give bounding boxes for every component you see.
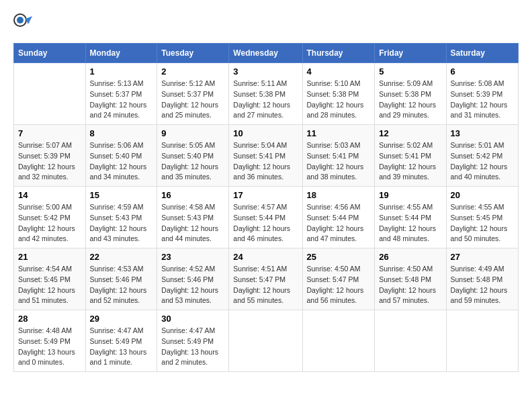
day-info: Sunrise: 4:58 AM Sunset: 5:43 PM Dayligh… — [161, 202, 224, 244]
day-info: Sunrise: 5:12 AM Sunset: 5:37 PM Dayligh… — [161, 79, 224, 121]
day-number: 16 — [161, 190, 224, 200]
day-number: 25 — [307, 252, 371, 262]
day-number: 8 — [90, 128, 153, 138]
day-info: Sunrise: 5:05 AM Sunset: 5:40 PM Dayligh… — [161, 140, 224, 183]
calendar-cell: 15Sunrise: 4:59 AM Sunset: 5:43 PM Dayli… — [85, 187, 157, 248]
calendar-cell — [302, 310, 375, 372]
calendar-cell — [229, 310, 302, 372]
calendar-cell: 1Sunrise: 5:13 AM Sunset: 5:37 PM Daylig… — [85, 63, 157, 125]
calendar-cell: 11Sunrise: 5:03 AM Sunset: 5:41 PM Dayli… — [302, 125, 375, 187]
calendar-cell — [446, 310, 518, 372]
day-info: Sunrise: 4:47 AM Sunset: 5:49 PM Dayligh… — [90, 326, 153, 368]
day-number: 2 — [161, 66, 224, 77]
day-info: Sunrise: 5:08 AM Sunset: 5:39 PM Dayligh… — [451, 79, 514, 121]
column-header-saturday: Saturday — [446, 44, 518, 63]
day-number: 19 — [379, 190, 441, 200]
day-info: Sunrise: 5:09 AM Sunset: 5:38 PM Dayligh… — [379, 79, 441, 121]
day-info: Sunrise: 4:50 AM Sunset: 5:47 PM Dayligh… — [307, 264, 371, 306]
day-info: Sunrise: 5:02 AM Sunset: 5:41 PM Dayligh… — [379, 140, 441, 183]
week-row-1: 1Sunrise: 5:13 AM Sunset: 5:37 PM Daylig… — [14, 63, 519, 125]
day-info: Sunrise: 4:57 AM Sunset: 5:44 PM Dayligh… — [233, 202, 298, 244]
svg-marker-2 — [26, 16, 32, 24]
day-number: 5 — [379, 66, 441, 77]
calendar-cell: 23Sunrise: 4:52 AM Sunset: 5:46 PM Dayli… — [157, 248, 229, 310]
day-number: 30 — [161, 314, 224, 324]
day-info: Sunrise: 4:52 AM Sunset: 5:46 PM Dayligh… — [161, 264, 224, 306]
day-info: Sunrise: 5:00 AM Sunset: 5:42 PM Dayligh… — [18, 202, 81, 244]
column-header-friday: Friday — [375, 44, 446, 63]
day-number: 7 — [18, 128, 81, 138]
day-info: Sunrise: 5:03 AM Sunset: 5:41 PM Dayligh… — [307, 140, 371, 183]
day-number: 23 — [161, 252, 224, 262]
day-info: Sunrise: 5:10 AM Sunset: 5:38 PM Dayligh… — [307, 79, 371, 121]
day-info: Sunrise: 4:51 AM Sunset: 5:47 PM Dayligh… — [233, 264, 298, 306]
calendar-cell: 5Sunrise: 5:09 AM Sunset: 5:38 PM Daylig… — [375, 63, 446, 125]
calendar-cell: 29Sunrise: 4:47 AM Sunset: 5:49 PM Dayli… — [85, 310, 157, 372]
calendar-cell: 14Sunrise: 5:00 AM Sunset: 5:42 PM Dayli… — [14, 187, 86, 248]
day-info: Sunrise: 4:50 AM Sunset: 5:48 PM Dayligh… — [379, 264, 441, 306]
calendar-cell: 9Sunrise: 5:05 AM Sunset: 5:40 PM Daylig… — [157, 125, 229, 187]
day-info: Sunrise: 4:48 AM Sunset: 5:49 PM Dayligh… — [18, 326, 81, 368]
day-info: Sunrise: 4:49 AM Sunset: 5:48 PM Dayligh… — [451, 264, 514, 306]
calendar-cell: 13Sunrise: 5:01 AM Sunset: 5:42 PM Dayli… — [446, 125, 518, 187]
day-info: Sunrise: 5:07 AM Sunset: 5:39 PM Dayligh… — [18, 140, 81, 183]
day-number: 4 — [307, 66, 371, 77]
calendar-cell: 28Sunrise: 4:48 AM Sunset: 5:49 PM Dayli… — [14, 310, 86, 372]
week-row-3: 14Sunrise: 5:00 AM Sunset: 5:42 PM Dayli… — [14, 187, 519, 248]
day-info: Sunrise: 5:01 AM Sunset: 5:42 PM Dayligh… — [451, 140, 514, 183]
column-header-monday: Monday — [85, 44, 157, 63]
calendar-cell: 20Sunrise: 4:55 AM Sunset: 5:45 PM Dayli… — [446, 187, 518, 248]
column-header-thursday: Thursday — [302, 44, 375, 63]
day-number: 18 — [307, 190, 371, 200]
day-info: Sunrise: 4:54 AM Sunset: 5:45 PM Dayligh… — [18, 264, 81, 306]
calendar-cell — [375, 310, 446, 372]
calendar-cell: 22Sunrise: 4:53 AM Sunset: 5:46 PM Dayli… — [85, 248, 157, 310]
day-number: 22 — [90, 252, 153, 262]
day-info: Sunrise: 4:55 AM Sunset: 5:45 PM Dayligh… — [451, 202, 514, 244]
day-number: 28 — [18, 314, 81, 324]
day-number: 1 — [90, 66, 153, 77]
day-number: 29 — [90, 314, 153, 324]
day-info: Sunrise: 4:47 AM Sunset: 5:49 PM Dayligh… — [161, 326, 224, 368]
calendar-cell: 19Sunrise: 4:55 AM Sunset: 5:44 PM Dayli… — [375, 187, 446, 248]
day-number: 3 — [233, 66, 298, 77]
day-number: 14 — [18, 190, 81, 200]
day-info: Sunrise: 4:59 AM Sunset: 5:43 PM Dayligh… — [90, 202, 153, 244]
calendar-cell: 6Sunrise: 5:08 AM Sunset: 5:39 PM Daylig… — [446, 63, 518, 125]
week-row-5: 28Sunrise: 4:48 AM Sunset: 5:49 PM Dayli… — [14, 310, 519, 372]
day-number: 11 — [307, 128, 371, 138]
calendar-cell: 26Sunrise: 4:50 AM Sunset: 5:48 PM Dayli… — [375, 248, 446, 310]
calendar-cell: 2Sunrise: 5:12 AM Sunset: 5:37 PM Daylig… — [157, 63, 229, 125]
day-number: 10 — [233, 128, 298, 138]
week-row-4: 21Sunrise: 4:54 AM Sunset: 5:45 PM Dayli… — [14, 248, 519, 310]
calendar-cell: 16Sunrise: 4:58 AM Sunset: 5:43 PM Dayli… — [157, 187, 229, 248]
day-info: Sunrise: 4:53 AM Sunset: 5:46 PM Dayligh… — [90, 264, 153, 306]
column-header-tuesday: Tuesday — [157, 44, 229, 63]
calendar-cell: 12Sunrise: 5:02 AM Sunset: 5:41 PM Dayli… — [375, 125, 446, 187]
day-number: 6 — [451, 66, 514, 77]
day-number: 27 — [451, 252, 514, 262]
calendar-cell: 3Sunrise: 5:11 AM Sunset: 5:38 PM Daylig… — [229, 63, 302, 125]
page-header — [13, 13, 519, 32]
logo — [13, 13, 35, 32]
calendar-cell: 8Sunrise: 5:06 AM Sunset: 5:40 PM Daylig… — [85, 125, 157, 187]
day-number: 12 — [379, 128, 441, 138]
column-header-wednesday: Wednesday — [229, 44, 302, 63]
day-info: Sunrise: 5:11 AM Sunset: 5:38 PM Dayligh… — [233, 79, 298, 121]
logo-icon — [13, 13, 32, 32]
calendar-table: SundayMondayTuesdayWednesdayThursdayFrid… — [13, 43, 519, 372]
calendar-cell: 24Sunrise: 4:51 AM Sunset: 5:47 PM Dayli… — [229, 248, 302, 310]
calendar-cell: 17Sunrise: 4:57 AM Sunset: 5:44 PM Dayli… — [229, 187, 302, 248]
day-info: Sunrise: 4:56 AM Sunset: 5:44 PM Dayligh… — [307, 202, 371, 244]
day-info: Sunrise: 5:13 AM Sunset: 5:37 PM Dayligh… — [90, 79, 153, 121]
column-header-sunday: Sunday — [14, 44, 86, 63]
day-number: 24 — [233, 252, 298, 262]
day-info: Sunrise: 5:06 AM Sunset: 5:40 PM Dayligh… — [90, 140, 153, 183]
calendar-cell: 25Sunrise: 4:50 AM Sunset: 5:47 PM Dayli… — [302, 248, 375, 310]
day-number: 26 — [379, 252, 441, 262]
week-row-2: 7Sunrise: 5:07 AM Sunset: 5:39 PM Daylig… — [14, 125, 519, 187]
calendar-cell: 30Sunrise: 4:47 AM Sunset: 5:49 PM Dayli… — [157, 310, 229, 372]
day-info: Sunrise: 4:55 AM Sunset: 5:44 PM Dayligh… — [379, 202, 441, 244]
day-info: Sunrise: 5:04 AM Sunset: 5:41 PM Dayligh… — [233, 140, 298, 183]
day-number: 17 — [233, 190, 298, 200]
